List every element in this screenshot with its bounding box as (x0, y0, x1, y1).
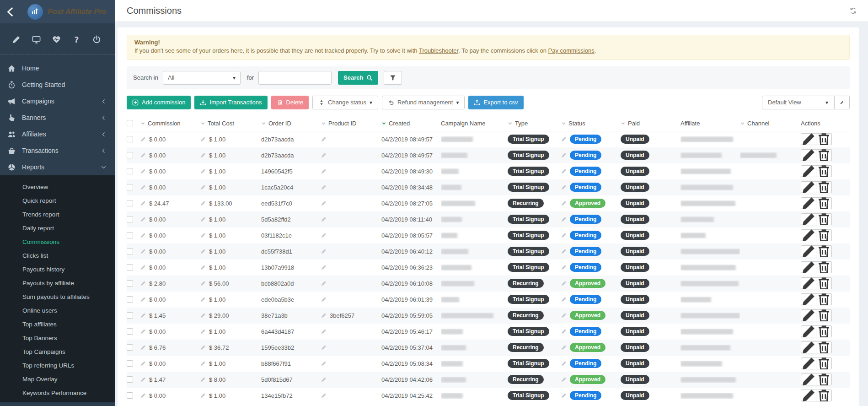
edit-status-icon[interactable] (561, 329, 567, 334)
edit-total-cost-icon[interactable] (200, 345, 206, 350)
edit-status-icon[interactable] (561, 168, 567, 174)
edit-row-button[interactable] (801, 325, 816, 337)
sidebar-subitem-online-users[interactable]: Online users (0, 303, 115, 317)
delete-row-button[interactable] (816, 197, 832, 209)
edit-total-cost-icon[interactable] (200, 281, 206, 286)
edit-row-button[interactable] (801, 197, 816, 209)
troubleshooter-link[interactable]: Troubleshooter (419, 47, 458, 54)
sidebar-subitem-map-overlay[interactable]: Map Overlay (0, 372, 115, 386)
row-checkbox[interactable] (127, 216, 133, 222)
edit-commission-icon[interactable] (140, 345, 146, 350)
edit-total-cost-icon[interactable] (200, 152, 206, 158)
edit-total-cost-icon[interactable] (200, 249, 206, 254)
edit-status-icon[interactable] (561, 265, 567, 270)
edit-row-button[interactable] (801, 133, 816, 145)
edit-row-button[interactable] (801, 357, 816, 369)
sidebar-item-home[interactable]: Home (0, 60, 115, 76)
edit-row-button[interactable] (801, 309, 816, 321)
sidebar-subitem-keywords-performance[interactable]: Keywords Performance (0, 386, 115, 400)
edit-product-id-icon[interactable] (321, 377, 327, 382)
edit-status-icon[interactable] (561, 377, 567, 382)
edit-total-cost-icon[interactable] (200, 313, 206, 318)
edit-row-button[interactable] (801, 277, 816, 289)
edit-status-icon[interactable] (561, 217, 567, 222)
help-icon[interactable]: ? (72, 35, 81, 44)
sidebar-subitem-trends-report[interactable]: Trends report (0, 207, 115, 221)
column-header-product-id[interactable]: Product ID (321, 120, 381, 127)
edit-product-id-icon[interactable] (321, 136, 327, 142)
edit-product-id-icon[interactable] (321, 265, 327, 270)
column-header-order-id[interactable]: Order ID (261, 120, 321, 127)
edit-row-button[interactable] (801, 374, 816, 385)
search-field-select[interactable]: All ▾ (163, 71, 241, 85)
edit-product-id-icon[interactable] (321, 233, 327, 238)
delete-row-button[interactable] (816, 149, 832, 161)
delete-row-button[interactable] (816, 309, 832, 321)
edit-product-id-icon[interactable] (321, 184, 327, 190)
edit-status-icon[interactable] (561, 136, 567, 142)
column-header-actions[interactable]: Actions (801, 120, 850, 127)
edit-status-icon[interactable] (561, 313, 567, 318)
edit-total-cost-icon[interactable] (200, 217, 206, 222)
edit-commission-icon[interactable] (140, 249, 146, 254)
row-checkbox[interactable] (127, 328, 133, 335)
edit-total-cost-icon[interactable] (200, 168, 206, 174)
delete-row-button[interactable] (816, 133, 832, 145)
edit-status-icon[interactable] (561, 361, 567, 366)
edit-commission-icon[interactable] (140, 297, 146, 302)
edit-product-id-icon[interactable] (321, 217, 327, 222)
refund-management-button[interactable]: Refund management ▾ (382, 96, 465, 109)
delete-row-button[interactable] (816, 229, 832, 241)
row-checkbox[interactable] (127, 200, 133, 206)
edit-product-id-icon[interactable] (321, 313, 327, 318)
pay-commissions-link[interactable]: Pay commissions (548, 47, 595, 54)
edit-commission-icon[interactable] (140, 265, 146, 270)
row-checkbox[interactable] (127, 168, 133, 174)
sidebar-subitem-top-affiliates[interactable]: Top affiliates (0, 317, 115, 331)
sidebar-subitem-clicks-list[interactable]: Clicks list (0, 249, 115, 262)
edit-status-icon[interactable] (561, 393, 567, 398)
delete-row-button[interactable] (816, 213, 832, 225)
edit-view-button[interactable] (834, 96, 850, 109)
row-checkbox[interactable] (127, 184, 133, 190)
column-header-commission[interactable]: Commission (140, 120, 200, 127)
delete-button[interactable]: Delete (271, 96, 309, 109)
edit-total-cost-icon[interactable] (200, 265, 206, 270)
sidebar-subitem-payouts-history[interactable]: Payouts history (0, 262, 115, 276)
view-select[interactable]: Default View ▾ (762, 96, 834, 109)
edit-status-icon[interactable] (561, 184, 567, 190)
edit-total-cost-icon[interactable] (200, 233, 206, 238)
edit-status-icon[interactable] (561, 233, 567, 238)
edit-total-cost-icon[interactable] (200, 136, 206, 142)
column-header-type[interactable]: Type (508, 120, 561, 127)
edit-product-id-icon[interactable] (321, 200, 327, 206)
edit-product-id-icon[interactable] (321, 329, 327, 334)
edit-commission-icon[interactable] (140, 377, 146, 382)
sidebar-subitem-overview[interactable]: Overview (0, 180, 115, 194)
import-transactions-button[interactable]: Import Transactions (194, 96, 267, 109)
edit-row-button[interactable] (801, 229, 816, 241)
edit-row-button[interactable] (801, 149, 816, 161)
edit-product-id-icon[interactable] (321, 393, 327, 398)
sidebar-subitem-sum-payouts-to-affiliates[interactable]: Sum payouts to affiliates (0, 290, 115, 303)
row-checkbox[interactable] (127, 392, 133, 399)
column-header-created[interactable]: Created (381, 120, 441, 127)
export-csv-button[interactable]: Export to csv (468, 96, 523, 109)
filter-button[interactable] (384, 71, 402, 85)
column-header-campaign-name[interactable]: Campaign Name (441, 120, 508, 127)
edit-total-cost-icon[interactable] (200, 361, 206, 366)
sidebar-subitem-top-campaigns[interactable]: Top Campaigns (0, 345, 115, 358)
edit-product-id-icon[interactable] (321, 361, 327, 366)
delete-row-button[interactable] (816, 261, 832, 273)
edit-row-button[interactable] (801, 165, 816, 177)
edit-commission-icon[interactable] (140, 200, 146, 206)
add-commission-button[interactable]: Add commission (127, 96, 191, 109)
row-checkbox[interactable] (127, 360, 133, 367)
row-checkbox[interactable] (127, 264, 133, 271)
edit-product-id-icon[interactable] (321, 281, 327, 286)
edit-commission-icon[interactable] (140, 136, 146, 142)
edit-commission-icon[interactable] (140, 281, 146, 286)
delete-row-button[interactable] (816, 390, 832, 401)
pencil-icon[interactable] (12, 35, 21, 44)
sidebar-subitem-payouts-by-affiliate[interactable]: Payouts by affiliate (0, 276, 115, 290)
